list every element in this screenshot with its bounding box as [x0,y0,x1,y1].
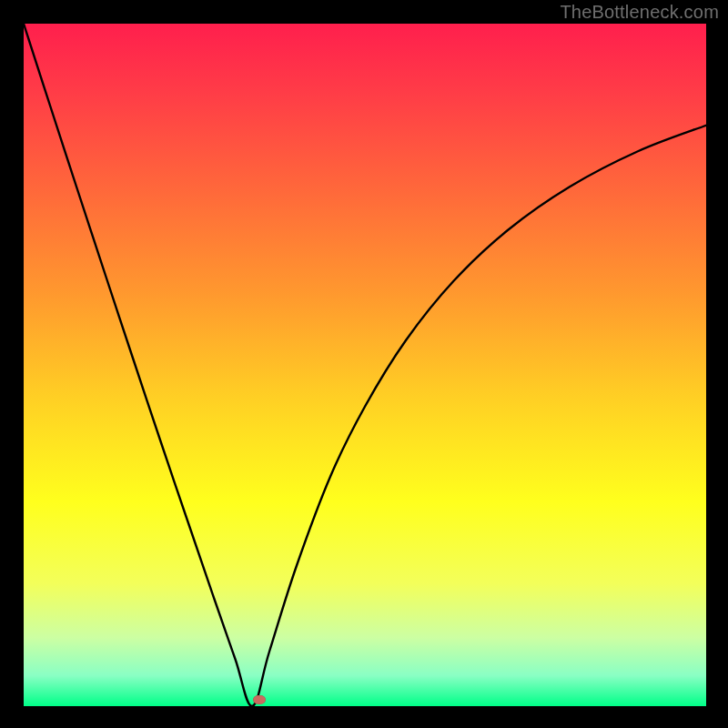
min-marker [253,695,266,704]
watermark-text: TheBottleneck.com [560,2,719,23]
plot-area [24,24,706,706]
chart-stage: TheBottleneck.com [0,0,728,728]
curve-layer [24,24,706,706]
bottleneck-curve [24,24,706,706]
